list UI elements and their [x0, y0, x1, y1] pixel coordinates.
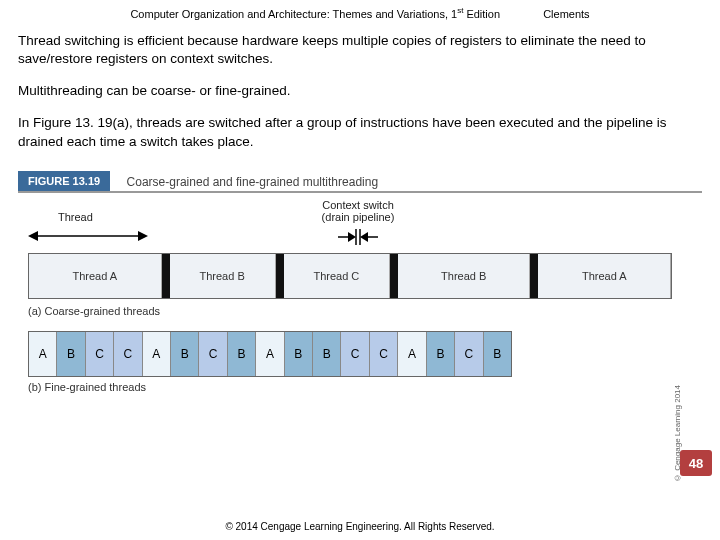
fine-cell: C: [199, 332, 227, 376]
figure-rule: [18, 191, 702, 193]
context-switch-divider: [530, 254, 538, 298]
body-text: Thread switching is efficient because ha…: [0, 26, 720, 171]
svg-marker-8: [360, 232, 368, 242]
fine-grained-bar: ABCCABCBABBCCABCB: [28, 331, 512, 377]
context-switch-line1: Context switch: [308, 199, 408, 211]
fine-cell: A: [398, 332, 426, 376]
svg-marker-4: [348, 232, 356, 242]
subcaption-a: (a) Coarse-grained threads: [28, 305, 702, 317]
fine-cell: C: [370, 332, 398, 376]
context-switch-divider: [162, 254, 170, 298]
book-title-b: Edition: [463, 8, 500, 20]
fine-cell: B: [57, 332, 85, 376]
copyright-footer: © 2014 Cengage Learning Engineering. All…: [0, 521, 720, 532]
figure-tab: FIGURE 13.19: [18, 171, 110, 191]
fine-cell: A: [256, 332, 284, 376]
svg-marker-1: [28, 231, 38, 241]
paragraph-1: Thread switching is efficient because ha…: [18, 32, 702, 68]
context-switch-label: Context switch (drain pipeline): [308, 199, 408, 223]
fine-cell: B: [427, 332, 455, 376]
subcaption-b: (b) Fine-grained threads: [28, 381, 702, 393]
figure-13-19: FIGURE 13.19 Coarse-grained and fine-gra…: [18, 171, 702, 393]
slide-header: Computer Organization and Architecture: …: [0, 0, 720, 26]
figure-top-labels: Thread Context switch (drain pipeline): [18, 199, 702, 249]
fine-cell: C: [86, 332, 114, 376]
fine-cell: B: [228, 332, 256, 376]
context-switch-divider: [276, 254, 284, 298]
thread-arrow-icon: [28, 229, 148, 243]
fine-cell: B: [285, 332, 313, 376]
context-switch-arrow-icon: [338, 229, 378, 245]
book-title-a: Computer Organization and Architecture: …: [130, 8, 457, 20]
coarse-segment: Thread C: [284, 254, 390, 298]
coarse-segment: Thread A: [538, 254, 671, 298]
paragraph-3: In Figure 13. 19(a), threads are switche…: [18, 114, 702, 150]
fine-cell: A: [143, 332, 171, 376]
fine-cell: B: [171, 332, 199, 376]
fine-cell: A: [29, 332, 57, 376]
author: Clements: [543, 8, 589, 20]
coarse-segment: Thread A: [29, 254, 162, 298]
context-switch-line2: (drain pipeline): [308, 211, 408, 223]
fine-cell: B: [484, 332, 511, 376]
svg-marker-2: [138, 231, 148, 241]
fine-cell: B: [313, 332, 341, 376]
paragraph-2: Multithreading can be coarse- or fine-gr…: [18, 82, 702, 100]
fine-cell: C: [455, 332, 483, 376]
coarse-segment: Thread B: [398, 254, 531, 298]
coarse-grained-bar: Thread AThread BThread CThread BThread A: [28, 253, 672, 299]
thread-label: Thread: [58, 211, 93, 223]
fine-cell: C: [114, 332, 142, 376]
figure-caption: Coarse-grained and fine-grained multithr…: [127, 171, 378, 189]
context-switch-divider: [390, 254, 398, 298]
page-number-badge: 48: [680, 450, 712, 476]
fine-cell: C: [341, 332, 369, 376]
coarse-segment: Thread B: [170, 254, 276, 298]
